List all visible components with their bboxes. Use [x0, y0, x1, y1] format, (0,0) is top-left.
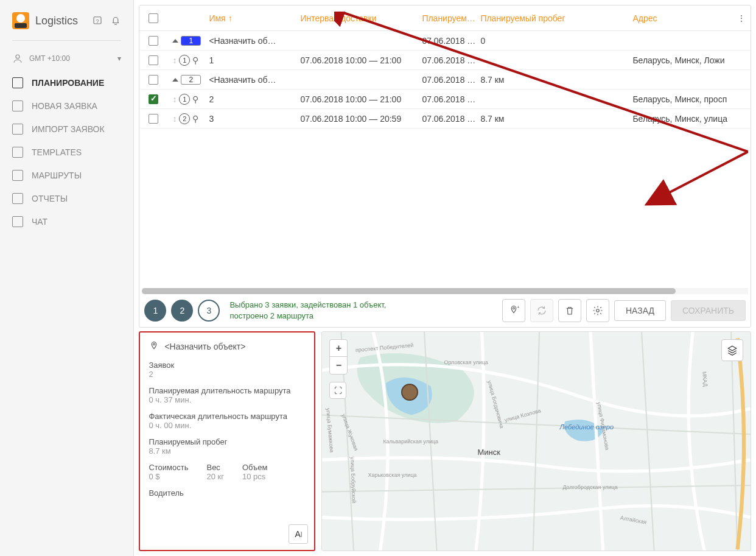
- table-row[interactable]: 2<Назначить об…07.06.2018 …8.7 км: [139, 70, 751, 90]
- fullscreen-button[interactable]: ⛶: [329, 382, 346, 399]
- sidebar-item-import[interactable]: ИМПОРТ ЗАЯВОК: [0, 118, 133, 141]
- sidebar-item-chat[interactable]: ЧАТ: [0, 210, 133, 233]
- nav-label: МАРШРУТЫ: [32, 171, 82, 180]
- settings-button[interactable]: [586, 299, 609, 322]
- cell-mileage: 0: [475, 36, 628, 46]
- mileage-value: 8.7 км: [149, 446, 306, 456]
- cell-planned: 07.06.2018 …: [417, 75, 475, 85]
- cell-interval: 07.06.2018 10:00 — 21:00: [295, 94, 417, 104]
- weight-value: 20 кг: [206, 472, 224, 481]
- col-name[interactable]: Имя ↑: [204, 13, 295, 23]
- table-row[interactable]: ↕1⚲207.06.2018 10:00 — 21:0007.06.2018 ……: [139, 90, 751, 109]
- cell-planned: 07.06.2018 …: [417, 36, 475, 46]
- row-checkbox[interactable]: [149, 114, 158, 124]
- zoom-in-button[interactable]: +: [330, 340, 347, 357]
- assign-unit-button[interactable]: +: [502, 299, 525, 322]
- volume-value: 10 pcs: [242, 472, 267, 481]
- nav-label: НОВАЯ ЗАЯВКА: [32, 101, 97, 111]
- svg-point-5: [597, 309, 600, 312]
- edit-button[interactable]: A|: [289, 524, 308, 544]
- volume-label: Объем: [242, 463, 267, 472]
- table-row[interactable]: ↕2⚲307.06.2018 10:00 — 20:5907.06.2018 ……: [139, 109, 751, 128]
- step-3[interactable]: 3: [198, 300, 220, 322]
- sequence-badge: 2: [179, 113, 190, 124]
- status-text: Выбрано 3 заявки, задействован 1 объект,…: [229, 300, 497, 322]
- refresh-button[interactable]: [530, 299, 553, 322]
- cell-name: <Назначить об…: [204, 75, 295, 85]
- col-interval[interactable]: Интервал доставки: [295, 13, 417, 23]
- col-mileage[interactable]: Планируемый пробег: [475, 13, 628, 23]
- svg-point-3: [513, 308, 514, 309]
- cell-address: Беларусь, Минск, улица: [628, 114, 732, 124]
- app-title: Logistics: [35, 15, 86, 27]
- cost-label: Стоимость: [149, 463, 188, 472]
- plus-doc-icon: [12, 100, 23, 111]
- select-all-checkbox[interactable]: [149, 13, 158, 23]
- table-menu-button[interactable]: ⋮: [732, 13, 751, 23]
- horizontal-scrollbar[interactable]: [142, 288, 748, 294]
- factdur-label: Фактическая длительность маршрута: [149, 412, 306, 421]
- sort-asc-icon: ↑: [228, 13, 233, 23]
- row-checkbox[interactable]: [149, 55, 158, 65]
- drag-handle-icon[interactable]: ↕: [172, 114, 177, 124]
- chevron-down-icon: ▾: [117, 54, 121, 63]
- plandur-label: Планируемая длительность маршрута: [149, 386, 306, 395]
- help-icon[interactable]: ?: [92, 15, 103, 27]
- sidebar-item-routes[interactable]: МАРШРУТЫ: [0, 164, 133, 187]
- step-1[interactable]: 1: [144, 300, 166, 322]
- drag-handle-icon[interactable]: ↕: [172, 94, 177, 104]
- table-row[interactable]: 1<Назначить об…07.06.2018 …0: [139, 31, 751, 51]
- cell-name: 3: [204, 114, 295, 124]
- timezone-selector[interactable]: GMT +10:00 ▾: [0, 46, 133, 71]
- row-checkbox[interactable]: [149, 36, 158, 46]
- cell-name: 1: [204, 55, 295, 65]
- nav-label: TEMPLATES: [32, 147, 82, 157]
- nav-label: ЧАТ: [32, 217, 47, 227]
- mileage-label: Планируемый пробег: [149, 437, 306, 446]
- sidebar-item-planning[interactable]: ПЛАНИРОВАНИЕ: [0, 71, 133, 94]
- cell-planned: 07.06.2018 …: [417, 114, 475, 124]
- cell-planned: 07.06.2018 …: [417, 55, 475, 65]
- row-checkbox[interactable]: [149, 94, 158, 104]
- weight-label: Вес: [206, 463, 224, 472]
- cost-value: 0 $: [149, 472, 188, 481]
- col-planned[interactable]: Планируем…: [417, 13, 475, 23]
- step-2[interactable]: 2: [171, 300, 193, 322]
- orders-label: Заявок: [149, 361, 306, 370]
- delete-button[interactable]: [558, 299, 581, 322]
- layers-button[interactable]: [721, 339, 743, 361]
- sidebar-item-new-order[interactable]: НОВАЯ ЗАЯВКА: [0, 94, 133, 118]
- timezone-label: GMT +10:00: [29, 54, 70, 63]
- map-street-label: Кальварийская улица: [383, 438, 438, 445]
- save-button[interactable]: СОХРАНИТЬ: [671, 300, 746, 321]
- col-address[interactable]: Адрес: [628, 13, 732, 23]
- collapse-icon[interactable]: [172, 78, 178, 82]
- cell-mileage: 8.7 км: [475, 75, 628, 85]
- map-city-label: Минск: [477, 448, 500, 457]
- table-row[interactable]: ↕1⚲107.06.2018 10:00 — 21:0007.06.2018 ……: [139, 51, 751, 70]
- svg-point-6: [153, 343, 155, 345]
- svg-text:?: ?: [96, 18, 99, 24]
- map-street-label: Орловская улица: [444, 359, 488, 365]
- back-button[interactable]: НАЗАД: [614, 300, 666, 321]
- svg-point-2: [16, 55, 19, 58]
- cell-address: Беларусь, Минск, Ложи: [628, 55, 732, 65]
- drag-handle-icon[interactable]: ↕: [172, 55, 177, 65]
- panel-title: <Назначить объект>: [164, 342, 245, 351]
- map[interactable]: ••••: [321, 331, 751, 551]
- route-info-panel: <Назначить объект> Заявок2 Планируемая д…: [139, 331, 315, 551]
- sidebar: Logistics ? GMT +10:00 ▾ ПЛАНИРОВАНИЕ НО…: [0, 0, 134, 556]
- zoom-out-button[interactable]: −: [330, 357, 347, 374]
- sequence-badge: 1: [179, 55, 190, 66]
- row-checkbox[interactable]: [149, 75, 158, 85]
- bell-icon[interactable]: [110, 15, 121, 27]
- orders-table: Имя ↑ Интервал доставки Планируем… Плани…: [139, 5, 751, 328]
- sidebar-item-reports[interactable]: ОТЧЕТЫ: [0, 187, 133, 210]
- plandur-value: 0 ч. 37 мин.: [149, 395, 306, 404]
- chart-icon: [12, 193, 23, 204]
- template-icon: [12, 147, 23, 158]
- collapse-icon[interactable]: [172, 39, 178, 43]
- cell-interval: 07.06.2018 10:00 — 21:00: [295, 55, 417, 65]
- sidebar-item-templates[interactable]: TEMPLATES: [0, 141, 133, 164]
- import-icon: [12, 124, 23, 135]
